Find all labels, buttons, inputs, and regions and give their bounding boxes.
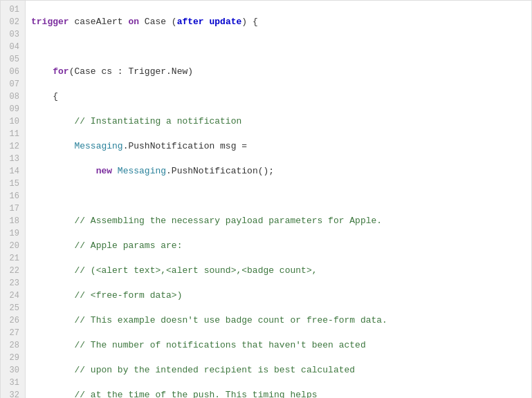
line-11: // (<alert text>,<alert sound>,<badge co… (31, 265, 526, 277)
line-15: // upon by the intended recipient is bes… (31, 364, 526, 377)
line-16: // at the time of the push. This timing … (31, 389, 526, 398)
code-content[interactable]: trigger caseAlert on Case (after update)… (26, 1, 531, 398)
line-13: // This example doesn't use badge count … (31, 314, 526, 327)
line-4: { (31, 91, 526, 103)
code-editor: 01 02 03 04 05 06 07 08 09 10 11 12 13 1… (0, 0, 532, 398)
line-2 (31, 41, 526, 53)
line-10: // Apple params are: (31, 240, 526, 252)
line-8 (31, 190, 526, 202)
line-7: new Messaging.PushNotification(); (31, 165, 526, 178)
line-numbers: 01 02 03 04 05 06 07 08 09 10 11 12 13 1… (1, 1, 26, 398)
line-6: Messaging.PushNotification msg = (31, 140, 526, 153)
line-1: trigger caseAlert on Case (after update)… (31, 16, 526, 28)
line-14: // The number of notifications that have… (31, 339, 526, 352)
line-9: // Assembling the necessary payload para… (31, 215, 526, 227)
line-12: // <free-form data>) (31, 290, 526, 302)
line-3: for(Case cs : Trigger.New) (31, 66, 526, 78)
line-5: // Instantiating a notification (31, 115, 526, 128)
